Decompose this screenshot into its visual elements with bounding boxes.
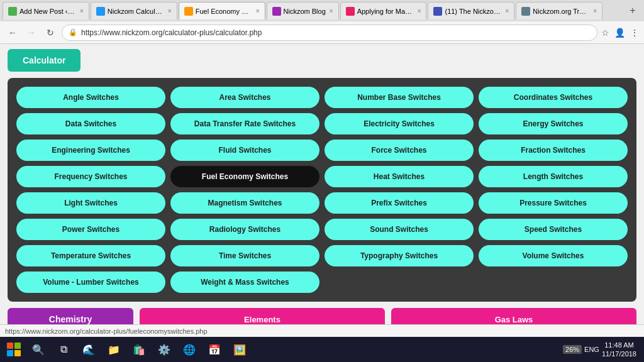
new-tab-button[interactable]: + — [624, 2, 641, 19]
browser-tab-t3[interactable]: Fuel Economy Co...× — [179, 2, 265, 19]
url-text: https://www.nickzom.org/calculator-plus/… — [81, 28, 591, 37]
menu-icon[interactable]: ⋮ — [630, 28, 639, 38]
tab-favicon — [346, 7, 355, 16]
bookmark-icon[interactable]: ☆ — [601, 28, 609, 38]
taskbar-time-text: 11:48 AM — [604, 341, 633, 349]
switch-btn-12[interactable]: Frequency Switches — [16, 166, 165, 187]
button-grid: Angle SwitchesArea SwitchesNumber Base S… — [16, 87, 628, 293]
task-view-icon[interactable]: ⧉ — [52, 337, 75, 361]
settings-icon[interactable]: ⚙️ — [152, 337, 176, 361]
tab-label: Nickzom.org Traff... — [533, 8, 589, 15]
switch-btn-15[interactable]: Length Switches — [479, 166, 628, 187]
tab-favicon — [521, 7, 530, 16]
switch-btn-13[interactable]: Fuel Economy Switches — [170, 166, 319, 187]
switch-btn-4[interactable]: Data Switches — [16, 113, 165, 134]
switch-btn-18[interactable]: Prefix Switches — [325, 192, 474, 214]
browser-tab-t7[interactable]: Nickzom.org Traff...× — [516, 2, 602, 19]
switch-btn-11[interactable]: Fraction Switches — [479, 140, 628, 161]
taskbar-date-text: 11/17/2018 — [602, 349, 636, 358]
switch-btn-29[interactable]: Weight & Mass Switches — [170, 272, 319, 293]
win-logo-q2 — [14, 343, 21, 349]
switch-btn-27[interactable]: Volume Switches — [479, 245, 628, 266]
switch-btn-14[interactable]: Heat Switches — [325, 166, 474, 187]
tab-close-icon[interactable]: × — [418, 8, 421, 14]
start-button[interactable] — [3, 338, 25, 361]
tab-close-icon[interactable]: × — [168, 8, 172, 14]
browser-tab-t5[interactable]: Applying for Mast...× — [340, 2, 427, 19]
tab-label: Fuel Economy Co... — [196, 8, 252, 15]
tab-label: Applying for Mast... — [357, 8, 414, 15]
tab-label: Nickzom Calculat... — [108, 8, 164, 15]
tab-label: (11) The Nickzom... — [445, 8, 501, 15]
switch-btn-23[interactable]: Speed Switches — [479, 219, 628, 240]
photo-icon[interactable]: 🖼️ — [228, 337, 252, 361]
windows-logo — [7, 343, 21, 356]
taskbar-language: ENG — [584, 346, 599, 353]
switch-btn-10[interactable]: Force Switches — [325, 140, 474, 161]
tab-label: Add New Post ‹ N... — [19, 8, 76, 15]
back-button[interactable]: ← — [5, 25, 20, 40]
tab-favicon — [184, 7, 193, 16]
browser-tab-t4[interactable]: Nickzom Blog× — [267, 2, 339, 19]
tab-bar: Add New Post ‹ N...×Nickzom Calculat...×… — [0, 0, 644, 21]
taskbar-icons: 🔍 ⧉ 🌊 📁 🛍️ ⚙️ 🌐 📅 🖼️ — [26, 337, 557, 361]
switch-btn-7[interactable]: Energy Switches — [479, 113, 628, 134]
switch-btn-16[interactable]: Light Switches — [16, 192, 165, 214]
profile-icon[interactable]: 👤 — [614, 28, 625, 38]
nav-icons: ☆ 👤 ⋮ — [601, 28, 639, 38]
switch-btn-3[interactable]: Coordinates Switches — [479, 87, 628, 108]
search-taskbar-icon[interactable]: 🔍 — [26, 337, 50, 361]
win-logo-q4 — [14, 350, 21, 356]
calculator-button[interactable]: Calculator — [8, 49, 80, 72]
switch-btn-5[interactable]: Data Transfer Rate Switches — [170, 113, 319, 134]
tab-close-icon[interactable]: × — [256, 8, 260, 14]
taskbar-right: 26% ENG 11:48 AM 11/17/2018 — [558, 341, 641, 359]
switch-btn-8[interactable]: Engineering Switches — [16, 140, 165, 161]
tab-close-icon[interactable]: × — [505, 8, 509, 14]
forward-button[interactable]: → — [24, 25, 39, 40]
tab-favicon — [433, 7, 442, 16]
tab-close-icon[interactable]: × — [593, 8, 597, 14]
switches-panel: Angle SwitchesArea SwitchesNumber Base S… — [8, 78, 636, 302]
switch-btn-24[interactable]: Temperature Switches — [16, 245, 165, 266]
taskbar-clock[interactable]: 11:48 AM 11/17/2018 — [602, 341, 636, 359]
refresh-button[interactable]: ↻ — [43, 25, 58, 40]
switch-btn-21[interactable]: Radiology Switches — [170, 219, 319, 240]
nav-bar: ← → ↻ 🔒 https://www.nickzom.org/calculat… — [0, 21, 644, 44]
switch-btn-17[interactable]: Magnetism Switches — [170, 192, 319, 214]
status-url: https://www.nickzom.org/calculator-plus/… — [5, 327, 208, 335]
switch-btn-28[interactable]: Volume - Lumber Switches — [16, 272, 165, 293]
edge-icon[interactable]: 🌊 — [77, 337, 101, 361]
browser-tab-t6[interactable]: (11) The Nickzom...× — [428, 2, 514, 19]
switch-btn-0[interactable]: Angle Switches — [16, 87, 165, 108]
tab-favicon — [96, 7, 105, 16]
page-content: Calculator Angle SwitchesArea SwitchesNu… — [0, 44, 644, 337]
switch-btn-1[interactable]: Area Switches — [170, 87, 319, 108]
switch-btn-25[interactable]: Time Switches — [170, 245, 319, 266]
switch-btn-9[interactable]: Fluid Switches — [170, 140, 319, 161]
taskbar: 🔍 ⧉ 🌊 📁 🛍️ ⚙️ 🌐 📅 🖼️ 26% ENG 11:48 AM 11… — [0, 337, 644, 362]
switch-btn-26[interactable]: Typography Switches — [325, 245, 474, 266]
browser-tab-t1[interactable]: Add New Post ‹ N...× — [3, 2, 89, 19]
tab-close-icon[interactable]: × — [80, 8, 84, 14]
tab-favicon — [8, 7, 17, 16]
status-bar: https://www.nickzom.org/calculator-plus/… — [0, 324, 644, 337]
lock-icon: 🔒 — [69, 28, 77, 36]
switch-btn-6[interactable]: Electricity Switches — [325, 113, 474, 134]
win-logo-q1 — [7, 343, 13, 349]
address-bar[interactable]: 🔒 https://www.nickzom.org/calculator-plu… — [62, 25, 597, 41]
file-explorer-icon[interactable]: 📁 — [102, 337, 126, 361]
calendar-icon[interactable]: 📅 — [203, 337, 226, 361]
tab-label: Nickzom Blog — [284, 8, 326, 15]
switch-btn-2[interactable]: Number Base Switches — [325, 87, 474, 108]
switch-btn-22[interactable]: Sound Switches — [325, 219, 474, 240]
tab-close-icon[interactable]: × — [330, 8, 333, 14]
store-icon[interactable]: 🛍️ — [127, 337, 151, 361]
tab-favicon — [272, 7, 281, 16]
browser-tab-t2[interactable]: Nickzom Calculat...× — [91, 2, 177, 19]
switch-btn-19[interactable]: Pressure Switches — [479, 192, 628, 214]
switch-btn-20[interactable]: Power Switches — [16, 219, 165, 240]
chrome-icon[interactable]: 🌐 — [177, 337, 201, 361]
win-logo-q3 — [7, 350, 13, 356]
taskbar-battery-label: 26% — [563, 345, 582, 354]
